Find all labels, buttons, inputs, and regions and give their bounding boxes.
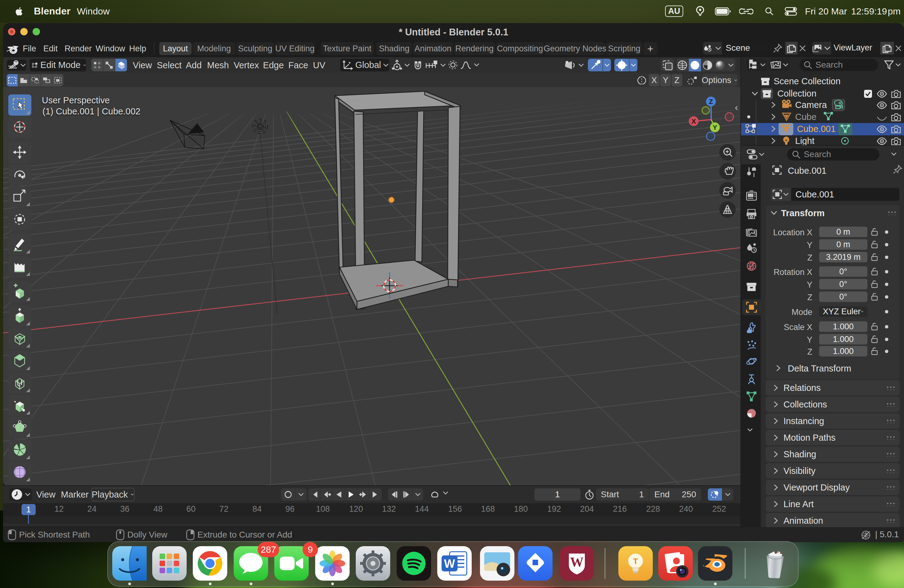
svg-text:W: W	[570, 555, 583, 569]
svg-text:W: W	[444, 557, 455, 570]
svg-text:Y: Y	[713, 123, 718, 131]
svg-text:X: X	[692, 117, 696, 125]
svg-text:T: T	[633, 556, 638, 566]
svg-text:Z: Z	[709, 98, 713, 106]
